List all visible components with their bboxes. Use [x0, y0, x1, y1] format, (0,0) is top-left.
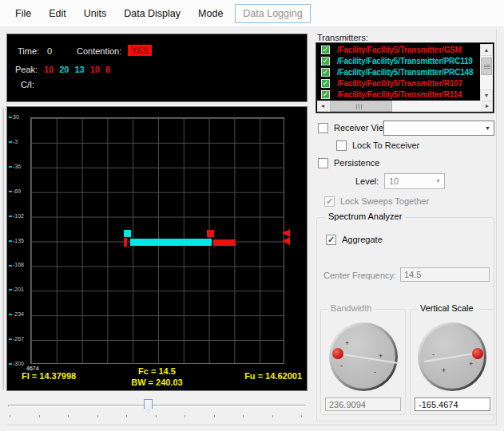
scroll-up-icon[interactable]: ▲	[480, 44, 493, 56]
y-axis-tick-label: -36	[9, 164, 30, 170]
receiver-view-combo[interactable]: ▼	[383, 121, 494, 136]
receiver-arrow-icon	[282, 229, 290, 237]
peak-value: 8	[105, 65, 110, 74]
axis-tick-icon	[9, 289, 12, 291]
slider-thumb[interactable]	[144, 399, 153, 413]
slider-track[interactable]	[8, 405, 306, 407]
menu-file[interactable]: File	[6, 3, 40, 24]
transmitter-path: /Facility/Facility5/Transmitter/PRC119	[337, 57, 473, 65]
knob-handle-dot[interactable]	[472, 348, 483, 359]
vertical-trackbar-groove	[2, 108, 4, 389]
freq-upper-label: Fu = 14.62001	[244, 371, 302, 381]
transmitter-checkbox[interactable]: ✓	[321, 79, 330, 88]
list-vertical-scrollbar[interactable]: ▲ ▼	[480, 44, 493, 101]
persistence-checkbox[interactable]	[318, 158, 328, 168]
spectrum-plot-panel: 30-3-36-69-102-135-168-201-234-267-300 4…	[6, 106, 308, 391]
vertical-scale-value-field[interactable]	[415, 397, 490, 411]
bandwidth-knob[interactable]: + - + -	[329, 322, 398, 391]
peak-value: 20	[59, 65, 69, 74]
aggregate-checkbox[interactable]: ✓	[326, 235, 336, 245]
vscroll-thumb[interactable]	[481, 57, 492, 75]
receiver-arrow-icon	[282, 237, 290, 245]
scroll-grip	[484, 65, 490, 69]
peak-value: 10	[44, 65, 54, 74]
center-frequency-label: Center Frequency:	[323, 271, 396, 280]
menu-mode[interactable]: Mode	[189, 3, 232, 24]
y-axis-tick-label: -234	[9, 311, 30, 318]
list-horizontal-scrollbar[interactable]: ◄ ►	[317, 101, 493, 112]
peak-value: 13	[75, 65, 85, 74]
transmitter-checkbox[interactable]: ✓	[321, 90, 330, 99]
transmitter-row[interactable]: ✓/Facility/Facility5/Transmitter/R114	[318, 89, 462, 100]
plus-mark: +	[442, 367, 446, 374]
level-label: Level:	[355, 176, 379, 186]
slider-tick	[243, 415, 244, 417]
persistence-label: Persistence	[334, 158, 379, 168]
peak-values: 102013108	[44, 65, 110, 74]
hscroll-thumb[interactable]	[330, 101, 392, 112]
status-panel: Time: 0 Contention: YES Peak: 102013108 …	[6, 34, 308, 102]
slider-tick	[156, 415, 157, 417]
axis-tick-icon	[9, 240, 12, 242]
plus-mark: +	[345, 340, 349, 347]
chevron-down-icon[interactable]: ▼	[485, 125, 490, 131]
menu-units[interactable]: Units	[75, 3, 115, 24]
lock-to-receiver-checkbox[interactable]	[336, 140, 347, 151]
knob-handle-dot[interactable]	[332, 348, 343, 359]
peak-label: Peak:	[15, 65, 38, 74]
vertical-trackbar[interactable]	[0, 106, 6, 391]
scroll-grip	[356, 104, 362, 109]
contention-value: YES	[128, 45, 152, 56]
axis-tick-icon	[9, 191, 12, 192]
transmitter-checkbox[interactable]: ✓	[321, 45, 330, 54]
slider-tick	[214, 415, 215, 417]
bandwidth-group-label: Bandwidth	[327, 303, 375, 313]
y-axis-tick-label: -201	[9, 287, 30, 293]
menu-data-display[interactable]: Data Display	[115, 3, 189, 24]
lock-sweeps-checkbox: ✓	[324, 196, 335, 207]
menu-edit[interactable]: Edit	[40, 3, 75, 24]
minus-mark: -	[374, 369, 376, 376]
level-combo[interactable]: 10 ▼	[384, 173, 445, 189]
vertical-scale-group: Vertical Scale - + +	[410, 309, 494, 415]
transmitter-path: /Facility/Facility5/Transmitter/R107	[337, 79, 462, 88]
vertical-scale-group-label: Vertical Scale	[417, 303, 477, 313]
spectrum-analyzer-title: Spectrum Analyzer	[325, 212, 405, 221]
vertical-scale-knob[interactable]: - + +	[418, 322, 486, 391]
transmitter-row[interactable]: ✓/Facility/Facility5/Transmitter/GSM	[318, 44, 462, 55]
contention-label: Contention:	[77, 46, 121, 56]
transmitter-row[interactable]: ✓/Facility/Facility5/Transmitter/PRC119	[318, 55, 473, 66]
transmitter-checkbox[interactable]: ✓	[321, 57, 330, 65]
scroll-right-icon[interactable]: ►	[482, 101, 493, 112]
bandwidth-value-field[interactable]	[325, 397, 401, 411]
transmitter-path: /Facility/Facility5/Transmitter/GSM	[337, 45, 462, 54]
plus-mark: +	[379, 353, 383, 360]
transmitter-path: /Facility/Facility5/Transmitter/R114	[337, 90, 462, 99]
transmitters-list[interactable]: ✓/Facility/Facility5/Transmitter/GSM✓/Fa…	[315, 42, 494, 113]
minus-mark: -	[432, 351, 435, 358]
axis-tick-icon	[9, 141, 12, 143]
frequency-slider[interactable]	[6, 398, 308, 419]
minus-mark: -	[340, 362, 343, 370]
ci-label: C/I:	[21, 80, 34, 89]
axis-tick-icon	[9, 363, 12, 365]
menu-items: FileEditUnitsData DisplayMode	[6, 3, 232, 24]
transmitter-checkbox[interactable]: ✓	[321, 68, 330, 77]
aggregate-label: Aggregate	[342, 235, 383, 244]
slider-tick	[97, 415, 98, 417]
menu-data-logging[interactable]: Data Logging	[235, 4, 310, 23]
slider-tick	[185, 415, 185, 417]
y-axis-tick-label: -69	[9, 188, 30, 195]
lock-sweeps-label: Lock Sweeps Together	[340, 196, 429, 206]
center-frequency-field[interactable]	[400, 267, 490, 282]
receiver-view-checkbox[interactable]	[318, 123, 328, 133]
slider-tick	[68, 415, 69, 417]
transmitter-row[interactable]: ✓/Facility/Facility5/Transmitter/R107	[318, 77, 462, 89]
scroll-down-icon[interactable]: ▼	[480, 89, 493, 101]
right-border-divider	[496, 29, 497, 425]
transmitter-row[interactable]: ✓/Facility/Facility5/Transmitter/PRC148	[318, 66, 473, 77]
transmitters-label: Transmitters:	[317, 33, 368, 42]
slider-tick	[301, 415, 302, 417]
bottom-border-divider	[6, 425, 496, 425]
scroll-left-icon[interactable]: ◄	[317, 101, 328, 112]
